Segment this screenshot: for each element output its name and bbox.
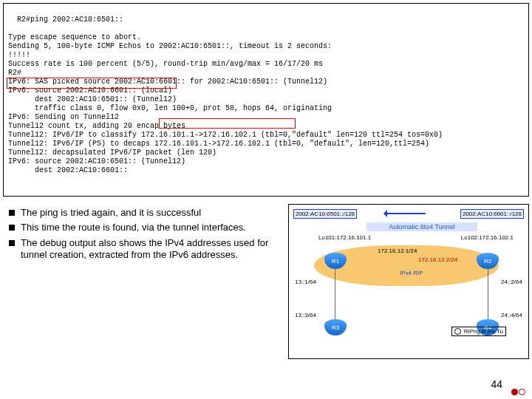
mid-bot: 172.16.12.2/24 [418,256,457,263]
page-number: 44 [491,378,502,390]
term-line: Tunnel12: IPv6/IP to classify 172.16.101… [8,131,443,139]
bullet-text: The ping is tried again, and it is succe… [21,207,201,219]
router-r3: R3 [324,319,347,335]
bullet-item: The ping is tried again, and it is succe… [9,207,281,219]
l24-bot: 24::4/64 [501,312,522,318]
lo-right: Lo102:172.16.102.1 [461,234,514,241]
bullet-list: The ping is tried again, and it is succe… [3,204,284,359]
lo-left: Lo101:172.16.101.1 [318,234,371,241]
terminal-output: R2#ping 2002:AC10:6501:: Type escape seq… [3,3,529,197]
term-line: IPv6: source 2002:AC10:6501:: (Tunnel12) [8,157,185,166]
term-line: IPv6: source 2002:AC10:6601:: (local) [8,86,172,95]
corner-logo [511,389,528,396]
term-line: Tunnel12: IPv6/IP (PS) to decaps 172.16.… [8,140,429,148]
tunnel-banner: Automatic 6to4 Tunnel [366,222,477,231]
bullet-text: This time the route is found, via the tu… [21,222,246,233]
bullet-text: The debug output also shows the IPv4 add… [21,237,281,262]
term-line: traffic class 0, flow 0x0, len 100+0, pr… [8,104,332,112]
ipv6-left-label: 2002:AC10:6501::/128 [293,209,357,219]
term-line: dest 2002:AC10:6501:: (Tunnel12) [8,95,177,103]
bullet-item: The debug output also shows the IPv4 add… [9,237,281,262]
network-diagram: 2002:AC10:6501::/128 2002:AC10:6601::/12… [288,204,529,359]
term-line: Tunnel12: decapsulated IPv6/IP packet (l… [8,149,216,157]
link-r1-r3 [335,269,335,321]
mid-top: 172.16.12.1/24 [378,248,417,254]
l13-top: 13::1/64 [295,279,316,285]
l24-top: 24::2/64 [501,279,522,285]
legend-text: RIPng R Po Tu [464,328,503,335]
term-line: Success rate is 100 percent (5/5), round… [8,60,323,68]
arrow-left-icon [385,213,426,214]
l13-bot: 13::3/64 [295,312,316,318]
bullet-item: This time the route is found, via the tu… [9,222,281,233]
term-line: Sending 5, 100-byte ICMP Echos to 2002:A… [8,42,332,50]
term-line: Type escape sequence to abort. [8,33,141,41]
term-line: IPv6: SAS picked source 2002:AC10:6601::… [8,78,327,86]
term-line: !!!!! [8,51,30,59]
term-line: R2#ping 2002:AC10:6501:: [17,16,123,24]
term-line: IPv6: Sending on Tunnel12 [8,113,119,121]
link-r2-r4 [488,269,488,321]
term-line: Tunnel12 count tx, adding 20 encap bytes [8,122,185,130]
rip-label: IPv4 RIP [400,270,423,276]
ipv6-right-label: 2002:AC10:6601::/128 [460,209,524,219]
term-line: dest 2002:AC10:6601:: [8,166,128,174]
legend-circle-icon [454,328,461,335]
legend-box: RIPng R Po Tu [451,327,506,336]
term-line: R2# [8,69,21,77]
